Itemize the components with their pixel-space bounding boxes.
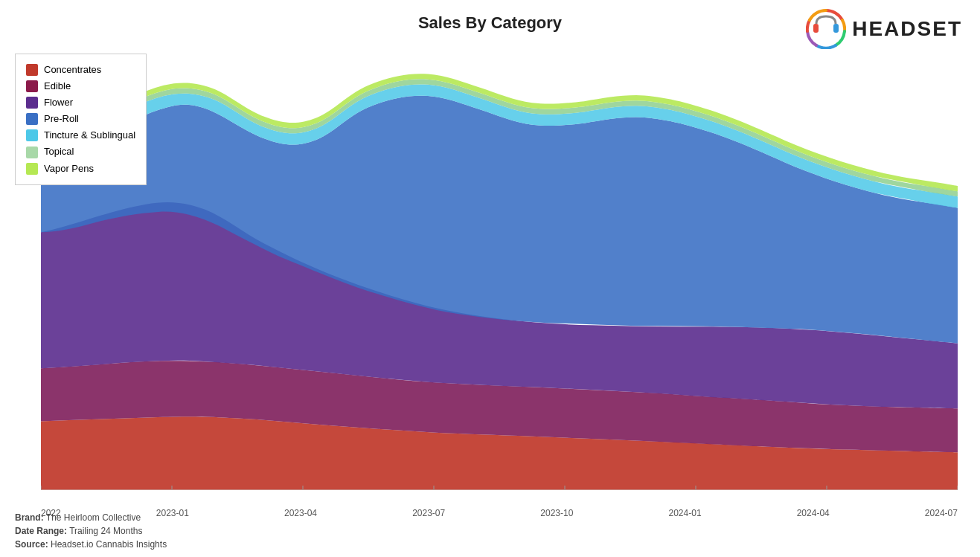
logo-text: HEADSET: [852, 17, 962, 41]
headset-logo-icon: [806, 9, 846, 49]
legend-color-topical: [26, 147, 38, 158]
legend-label-edible: Edible: [44, 78, 71, 94]
footer-info: Brand: The Heirloom Collective Date Rang…: [15, 511, 167, 551]
brand-value: The Heirloom Collective: [46, 512, 141, 523]
legend-label-flower: Flower: [44, 94, 73, 111]
legend-label-tincture: Tincture & Sublingual: [44, 127, 135, 144]
legend-color-tincture: [26, 129, 38, 141]
chart-container: Sales By Category HEADSET Concentrates: [0, 0, 980, 557]
x-label-2024-04: 2024-04: [797, 508, 830, 518]
svg-rect-2: [833, 24, 839, 33]
date-value: Trailing 24 Months: [69, 526, 142, 536]
legend-color-flower: [26, 97, 38, 109]
x-label-2023-07: 2023-07: [412, 508, 445, 518]
date-label: Date Range:: [15, 526, 67, 536]
x-label-2023-10: 2023-10: [540, 508, 573, 518]
x-label-2023-04: 2023-04: [284, 508, 317, 518]
sales-chart-svg: [41, 51, 958, 490]
brand-label: Brand:: [15, 512, 44, 523]
legend-item-flower: Flower: [26, 94, 135, 111]
legend-item-tincture: Tincture & Sublingual: [26, 127, 135, 144]
legend-item-vapor: Vapor Pens: [26, 161, 135, 177]
legend-color-concentrates: [26, 64, 38, 76]
x-label-2024-07: 2024-07: [925, 508, 958, 518]
legend-label-vapor: Vapor Pens: [44, 161, 94, 177]
legend-color-preroll: [26, 113, 38, 125]
legend-label-preroll: Pre-Roll: [44, 111, 79, 127]
x-axis-labels: 2022 2023-01 2023-04 2023-07 2023-10 202…: [41, 508, 958, 518]
chart-legend: Concentrates Edible Flower Pre-Roll Tinc…: [15, 54, 147, 185]
legend-item-edible: Edible: [26, 78, 135, 94]
legend-label-topical: Topical: [44, 144, 74, 160]
x-label-2024-01: 2024-01: [669, 508, 702, 518]
legend-label-concentrates: Concentrates: [44, 62, 101, 78]
legend-color-vapor: [26, 163, 38, 175]
source-label: Source:: [15, 539, 48, 550]
legend-color-edible: [26, 80, 38, 92]
legend-item-concentrates: Concentrates: [26, 62, 135, 78]
svg-rect-1: [813, 24, 819, 33]
source-value: Headset.io Cannabis Insights: [51, 539, 167, 550]
legend-item-topical: Topical: [26, 144, 135, 160]
headset-logo: HEADSET: [806, 9, 962, 49]
legend-item-preroll: Pre-Roll: [26, 111, 135, 127]
